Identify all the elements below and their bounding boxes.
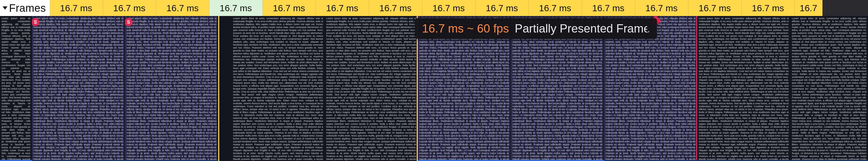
lorem-text: Lorem ipsum dolor sit amet, consectetur … xyxy=(233,17,323,160)
lorem-text: Lorem ipsum dolor sit amet, consectetur … xyxy=(34,17,123,160)
task-bar xyxy=(0,160,32,161)
screenshot-pane[interactable]: Lorem ipsum dolor sit amet, consectetur … xyxy=(32,16,125,161)
task-bar xyxy=(418,160,604,161)
timeline-root: Frames 16.7 ms16.7 ms16.7 ms16.7 ms16.7 … xyxy=(0,0,868,161)
frame-cell[interactable]: 16.7 ms xyxy=(103,0,156,16)
frames-header: Frames 16.7 ms16.7 ms16.7 ms16.7 ms16.7 … xyxy=(0,0,868,16)
frame-cell[interactable]: 16.7 ms xyxy=(422,0,475,16)
frame-cell[interactable]: 16.7 ms xyxy=(209,0,262,16)
frames-label: Frames xyxy=(9,2,46,14)
frame-cell[interactable]: 16.7 ms xyxy=(156,0,209,16)
frame-cell[interactable]: 16.7 ms xyxy=(369,0,422,16)
frame-cell[interactable]: 16.7 ms xyxy=(50,0,103,16)
lorem-text: Lorem ipsum dolor sit amet, consectetur … xyxy=(699,17,789,160)
gap-pane xyxy=(218,16,231,161)
frame-cell[interactable]: 16.7 ms xyxy=(635,0,688,16)
screenshot-pane[interactable]: Lorem ipsum dolor sit amet, consectetur … xyxy=(231,16,324,161)
frame-cell[interactable]: 16.7 ms xyxy=(475,0,529,16)
frames-toggle[interactable]: Frames xyxy=(0,0,50,16)
frame-cell[interactable]: 16.7 ms xyxy=(582,0,635,16)
screenshot-pane[interactable]: Lorem ipsum dolor sit amet, consectetur … xyxy=(324,16,418,161)
frame-tooltip: 16.7 ms ~ 60 fps Partially Presented Fra… xyxy=(415,18,657,39)
frame-cell[interactable]: 16.7 ms xyxy=(688,0,742,16)
tooltip-tail-icon xyxy=(647,25,652,32)
tooltip-status: Partially Presented Frame xyxy=(515,22,650,35)
task-bar xyxy=(32,160,218,161)
screenshot-pane[interactable]: Lorem ipsum dolor sit amet, consectetur … xyxy=(697,16,790,161)
frame-cell[interactable]: 16.7 ms xyxy=(262,0,316,16)
screenshot-pane[interactable]: Lorem ipsum dolor sit amet, consectetur … xyxy=(790,16,868,161)
task-bar xyxy=(604,160,868,161)
lorem-text: Lorem ipsum dolor sit amet, consectetur … xyxy=(326,17,416,160)
screenshot-pane[interactable]: Lorem ipsum dolor sit amet, consectetur … xyxy=(125,16,218,161)
frame-cell[interactable]: 16.7 xyxy=(795,0,823,16)
lorem-text: Lorem ipsum dolor sit amet, consectetur … xyxy=(792,17,866,160)
tooltip-duration: 16.7 ms ~ 60 fps xyxy=(422,22,509,35)
frame-cell[interactable]: 16.7 ms xyxy=(316,0,369,16)
lorem-text: Lorem ipsum dolor sit amet, consectetur … xyxy=(127,17,217,160)
triangle-down-icon xyxy=(3,6,7,9)
screenshot-pane[interactable]: Lorem ipsum dolor sit amet, consectetur … xyxy=(0,16,32,161)
lorem-text: Lorem ipsum dolor sit amet, consectetur … xyxy=(2,17,30,160)
frame-cell[interactable]: 16.7 ms xyxy=(742,0,795,16)
frame-cell[interactable]: 16.7 ms xyxy=(529,0,582,16)
